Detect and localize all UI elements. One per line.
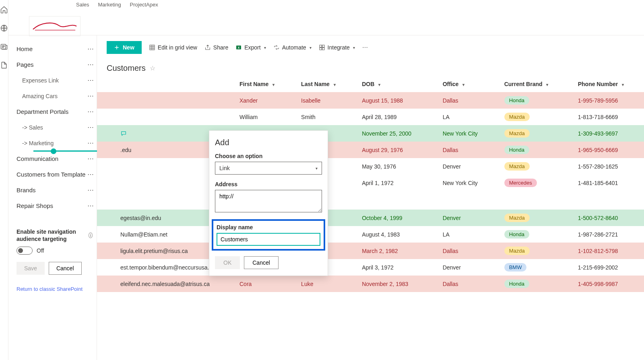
- nav-item-communication[interactable]: Communication⋯: [12, 151, 97, 167]
- table-row[interactable]: CoraSmithNovember 25, 2000New York CityM…: [97, 125, 644, 142]
- brand-pill: Honda: [504, 96, 529, 105]
- svg-rect-6: [322, 45, 324, 47]
- nav-item-expenses-link[interactable]: Expenses Link⋯: [12, 72, 97, 88]
- ok-button: OK: [215, 256, 240, 269]
- nav-save-button: Save: [17, 262, 45, 275]
- new-button[interactable]: New: [107, 41, 142, 54]
- nav-item-customers-from-template[interactable]: Customers from Template⋯: [12, 167, 97, 182]
- table-row[interactable]: egestas@in.eduLinusNelleOctober 4, 1999D…: [97, 210, 644, 226]
- chevron-down-icon: ▾: [353, 45, 355, 50]
- nav-item-menu-icon[interactable]: ⋯: [87, 76, 94, 84]
- nav-item-pages[interactable]: Pages⋯: [12, 57, 97, 72]
- file-icon[interactable]: [0, 61, 8, 69]
- site-logo[interactable]: [29, 16, 80, 36]
- nav-item-repair-shops[interactable]: Repair Shops⋯: [12, 198, 97, 214]
- nav-cancel-button[interactable]: Cancel: [49, 262, 82, 275]
- nav-item-department-portals[interactable]: Department Portals⋯: [12, 104, 97, 119]
- dialog-title: Add: [215, 138, 322, 147]
- svg-rect-2: [150, 45, 155, 50]
- audience-targeting-label: Enable site navigation audience targetin…: [17, 228, 93, 243]
- svg-rect-5: [320, 45, 322, 47]
- svg-rect-8: [322, 48, 324, 50]
- brand-pill: Mazda: [504, 113, 530, 121]
- top-link-sales[interactable]: Sales: [76, 2, 89, 8]
- column-header[interactable]: [97, 76, 234, 92]
- table-row[interactable]: eleifend.nec.malesuada@atrisus.caCoraLuk…: [97, 276, 644, 292]
- command-bar: New Edit in grid view Share X Export▾: [97, 35, 644, 58]
- brand-pill: Honda: [504, 146, 529, 154]
- brand-pill: Mazda: [504, 247, 530, 255]
- table-row[interactable]: ligula.elit.pretium@risus.caHectorCailin…: [97, 243, 644, 259]
- nav-item--marketing[interactable]: -> Marketing⋯: [12, 135, 97, 151]
- nav-item-menu-icon[interactable]: ⋯: [87, 171, 94, 178]
- chevron-down-icon: ▾: [264, 45, 266, 50]
- table-row[interactable]: WilliamSmithApril 28, 1989LAMazda1-813-7…: [97, 109, 644, 125]
- cancel-button[interactable]: Cancel: [244, 256, 279, 269]
- nav-item-menu-icon[interactable]: ⋯: [87, 202, 94, 210]
- table-row[interactable]: Nullam@Etiam.netChandaGiacomoAugust 4, 1…: [97, 226, 644, 243]
- nav-item-menu-icon[interactable]: ⋯: [87, 123, 94, 131]
- nav-item-menu-icon[interactable]: ⋯: [87, 186, 94, 194]
- nav-item-home[interactable]: Home⋯: [12, 41, 97, 57]
- export-button[interactable]: X Export▾: [235, 44, 266, 51]
- add-link-dialog: Add Choose an option Link ▾ Address Disp…: [209, 130, 328, 276]
- brand-pill: Mazda: [504, 129, 530, 138]
- chevron-down-icon: ▾: [310, 45, 312, 50]
- address-input[interactable]: [215, 190, 322, 212]
- table-row[interactable]: JenniferSmithMay 30, 1976DenverMazda1-55…: [97, 158, 644, 175]
- site-header: Sales Marketing ProjectApex: [8, 0, 644, 35]
- top-link-marketing[interactable]: Marketing: [98, 2, 121, 8]
- nav-item-menu-icon[interactable]: ⋯: [87, 61, 94, 68]
- nav-item-menu-icon[interactable]: ⋯: [87, 92, 94, 100]
- brand-pill: Honda: [504, 230, 529, 239]
- favorite-star-icon[interactable]: ☆: [150, 64, 155, 72]
- option-select[interactable]: Link ▾: [215, 162, 322, 175]
- nav-item-menu-icon[interactable]: ⋯: [87, 108, 94, 115]
- display-name-input[interactable]: [217, 233, 320, 246]
- table-row[interactable]: XanderIsabelleAugust 15, 1988DallasHonda…: [97, 92, 644, 109]
- column-header[interactable]: DOB ▾: [356, 76, 437, 92]
- nav-item--sales[interactable]: -> Sales⋯: [12, 119, 97, 135]
- toggle-state-label: Off: [37, 247, 44, 254]
- info-icon[interactable]: i: [89, 232, 93, 238]
- display-name-label: Display name: [217, 224, 320, 230]
- nav-item-menu-icon[interactable]: ⋯: [87, 139, 94, 147]
- home-icon[interactable]: [0, 6, 8, 14]
- return-classic-link[interactable]: Return to classic SharePoint: [17, 286, 93, 292]
- column-header[interactable]: Office ▾: [437, 76, 499, 92]
- more-actions-button[interactable]: ⋯: [362, 44, 368, 51]
- address-label: Address: [215, 181, 322, 187]
- column-header[interactable]: Last Name ▾: [295, 76, 356, 92]
- left-nav: Home⋯Pages⋯Expenses Link⋯Amazing Cars⋯De…: [8, 35, 97, 360]
- list-title: Customers: [107, 64, 146, 73]
- column-header[interactable]: First Name ▾: [234, 76, 295, 92]
- brand-pill: Honda: [504, 280, 529, 288]
- nav-item-amazing-cars[interactable]: Amazing Cars⋯: [12, 88, 97, 104]
- table-row[interactable]: JasonZeleniaApril 1, 1972New York CityMe…: [97, 175, 644, 191]
- globe-icon[interactable]: [0, 24, 8, 32]
- edit-grid-button[interactable]: Edit in grid view: [149, 44, 197, 51]
- display-name-highlight: Display name: [212, 219, 325, 251]
- share-button[interactable]: Share: [204, 44, 228, 51]
- nav-item-menu-icon[interactable]: ⋯: [87, 45, 94, 53]
- option-label: Choose an option: [215, 153, 322, 159]
- list-grid: First Name ▾Last Name ▾DOB ▾Office ▾Curr…: [97, 76, 644, 360]
- column-header[interactable]: Current Brand ▾: [499, 76, 572, 92]
- audience-toggle[interactable]: [17, 247, 33, 255]
- svg-rect-7: [320, 48, 322, 50]
- svg-text:X: X: [238, 46, 240, 49]
- top-link-projectapex[interactable]: ProjectApex: [130, 2, 158, 8]
- nav-item-brands[interactable]: Brands⋯: [12, 182, 97, 198]
- column-header[interactable]: Phone Number ▾: [572, 76, 644, 92]
- comment-icon[interactable]: [120, 130, 127, 137]
- nav-item-menu-icon[interactable]: ⋯: [87, 155, 94, 163]
- table-row[interactable]: .eduPriceSmithAugust 29, 1976DallasHonda…: [97, 142, 644, 158]
- automate-button[interactable]: Automate▾: [273, 44, 312, 51]
- brand-pill: Mercedes: [504, 179, 537, 187]
- brand-pill: Mazda: [504, 162, 530, 171]
- brand-pill: BMW: [504, 263, 527, 272]
- table-row[interactable]: est.tempor.bibendum@neccursusa.comPaloma…: [97, 259, 644, 276]
- chevron-down-icon: ▾: [316, 166, 318, 171]
- integrate-button[interactable]: Integrate▾: [319, 44, 355, 51]
- news-icon[interactable]: [0, 43, 8, 51]
